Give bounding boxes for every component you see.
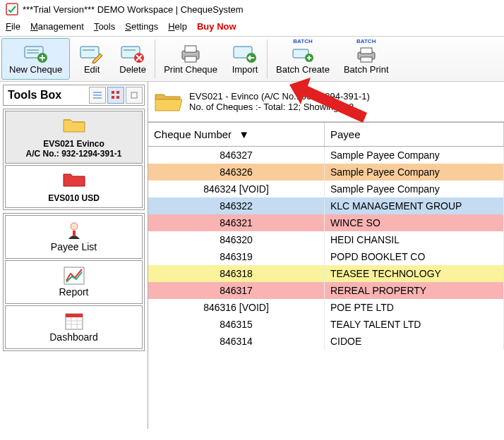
table-row[interactable]: 846314CIDOE	[148, 333, 504, 350]
toolbar-label: Batch Create	[276, 64, 330, 75]
toolbar-label: Delete	[119, 64, 146, 75]
cell-cheque-number: 846316 [VOID]	[148, 299, 325, 316]
svg-rect-27	[131, 92, 137, 98]
new-cheque-button[interactable]: New Cheque	[1, 38, 70, 80]
account-name: EVS021 Evinco	[43, 139, 104, 149]
cell-cheque-number: 846320	[148, 231, 325, 248]
svg-rect-11	[185, 46, 196, 52]
sidebar: Tools Box EVS021 Evinco A/C No.: 932-129…	[0, 82, 148, 429]
svg-rect-24	[116, 91, 119, 94]
accounts-panel: EVS021 Evinco A/C No.: 932-1294-391-1 EV…	[3, 109, 145, 210]
cell-cheque-number: 846318	[148, 265, 325, 282]
menu-help[interactable]: Help	[168, 21, 187, 32]
nav-label: Report	[8, 286, 139, 298]
table-row[interactable]: 846322KLC MANAGEMENT GROUP	[148, 197, 504, 214]
table-row[interactable]: 846316 [VOID]POE PTE LTD	[148, 299, 504, 316]
menu-settings[interactable]: Settings	[125, 21, 158, 32]
cheque-edit-icon	[79, 43, 104, 64]
nav-label: Payee List	[8, 241, 139, 252]
menu-buy-now[interactable]: Buy Now	[197, 21, 236, 32]
nav-dashboard[interactable]: Dashboard	[5, 305, 143, 349]
cell-cheque-number: 846326	[148, 164, 325, 181]
toolbar-label: Batch Print	[344, 64, 389, 75]
account-ac: A/C No.: 932-1294-391-1	[25, 149, 121, 159]
table-row[interactable]: 846320HEDI CHANSIL	[148, 231, 504, 248]
svg-rect-29	[73, 231, 76, 236]
import-button[interactable]: Import	[224, 37, 265, 81]
cell-payee: CIDOE	[325, 333, 504, 350]
printer-icon	[178, 43, 203, 64]
account-name: EVS010 USD	[48, 193, 100, 203]
account-evs021[interactable]: EVS021 Evinco A/C No.: 932-1294-391-1	[5, 111, 143, 164]
table-body: 846327Sample Payee Company846326Sample P…	[148, 147, 504, 429]
table-row[interactable]: 846319POPD BOOKLET CO	[148, 248, 504, 265]
sort-desc-icon: ▼	[239, 128, 249, 140]
cell-payee: TEALY TALENT LTD	[325, 316, 504, 333]
cell-payee: Sample Payee Company	[325, 164, 504, 181]
batch-create-button[interactable]: BATCH Batch Create	[269, 37, 337, 81]
cell-cheque-number: 846322	[148, 197, 325, 214]
toolbar-label: New Cheque	[9, 64, 62, 75]
batch-print-icon: BATCH	[354, 43, 379, 64]
nav-label: Dashboard	[8, 331, 139, 343]
cell-payee: POE PTE LTD	[325, 299, 504, 316]
menu-management[interactable]: Management	[30, 21, 84, 32]
delete-button[interactable]: Delete	[112, 37, 153, 81]
toolbar-label: Print Cheque	[164, 64, 217, 75]
print-cheque-button[interactable]: Print Cheque	[157, 37, 224, 81]
table-row[interactable]: 846317REREAL PROPERTY	[148, 282, 504, 299]
cell-cheque-number: 846317	[148, 282, 325, 299]
batch-create-icon: BATCH	[290, 43, 316, 64]
window-title: ***Trial Version*** DEMO Workspace | Che…	[23, 4, 244, 15]
table-row[interactable]: 846326Sample Payee Company	[148, 164, 504, 181]
table-row[interactable]: 846315TEALY TALENT LTD	[148, 316, 504, 333]
toolsbox-title: Tools Box	[5, 87, 88, 103]
toolbar-separator	[155, 39, 155, 78]
cell-cheque-number: 846315	[148, 316, 325, 333]
view-list-icon[interactable]	[89, 87, 106, 104]
account-evs010[interactable]: EVS010 USD	[5, 165, 143, 208]
nav-report[interactable]: Report	[5, 260, 143, 304]
toolbar-separator	[267, 39, 268, 78]
account-info-strip: EVS021 - Evinco (A/C No.: 932-1294-391-1…	[148, 82, 504, 122]
menubar: File Management Tools Settings Help Buy …	[0, 18, 504, 36]
svg-rect-19	[361, 57, 372, 62]
edit-button[interactable]: Edit	[71, 37, 112, 81]
cell-cheque-number: 846314	[148, 333, 325, 350]
table-row[interactable]: 846318TEASEE TECHNOLOGY	[148, 265, 504, 282]
chart-icon	[8, 265, 139, 286]
view-grid-icon[interactable]	[107, 87, 124, 104]
svg-rect-12	[185, 56, 196, 62]
nav-payee-list[interactable]: Payee List	[5, 215, 143, 259]
svg-rect-5	[80, 47, 99, 58]
info-line2: No. of Cheques :- Total: 12; Showing: 12	[189, 102, 370, 112]
menu-file[interactable]: File	[6, 21, 20, 32]
svg-rect-26	[116, 96, 119, 99]
table-row[interactable]: 846324 [VOID]Sample Payee Company	[148, 181, 504, 197]
view-single-icon[interactable]	[126, 87, 143, 104]
menu-tools[interactable]: Tools	[94, 21, 115, 32]
svg-rect-0	[6, 4, 18, 15]
col-cheque-number[interactable]: Cheque Number ▼	[148, 123, 325, 146]
person-icon	[8, 220, 139, 241]
cell-payee: HEDI CHANSIL	[325, 231, 504, 248]
cell-payee: REREAL PROPERTY	[325, 282, 504, 299]
cell-cheque-number: 846321	[148, 214, 325, 231]
col-payee[interactable]: Payee	[325, 123, 504, 146]
table-row[interactable]: 846327Sample Payee Company	[148, 147, 504, 164]
cell-payee: POPD BOOKLET CO	[325, 248, 504, 265]
table-row[interactable]: 846321WINCE SO	[148, 214, 504, 231]
cell-payee: WINCE SO	[325, 214, 504, 231]
batch-print-button[interactable]: BATCH Batch Print	[337, 37, 396, 81]
app-icon	[6, 3, 18, 16]
toolbar-label: Edit	[84, 64, 100, 75]
cell-payee: Sample Payee Company	[325, 147, 504, 164]
svg-rect-18	[361, 48, 372, 54]
toolbar-label: Import	[232, 64, 258, 75]
folder-open-icon	[154, 89, 182, 114]
titlebar: ***Trial Version*** DEMO Workspace | Che…	[0, 0, 504, 18]
folder-red-icon	[8, 170, 139, 190]
cell-payee: KLC MANAGEMENT GROUP	[325, 197, 504, 214]
cheque-add-icon	[23, 43, 49, 64]
info-line1: EVS021 - Evinco (A/C No.: 932-1294-391-1…	[189, 91, 370, 102]
